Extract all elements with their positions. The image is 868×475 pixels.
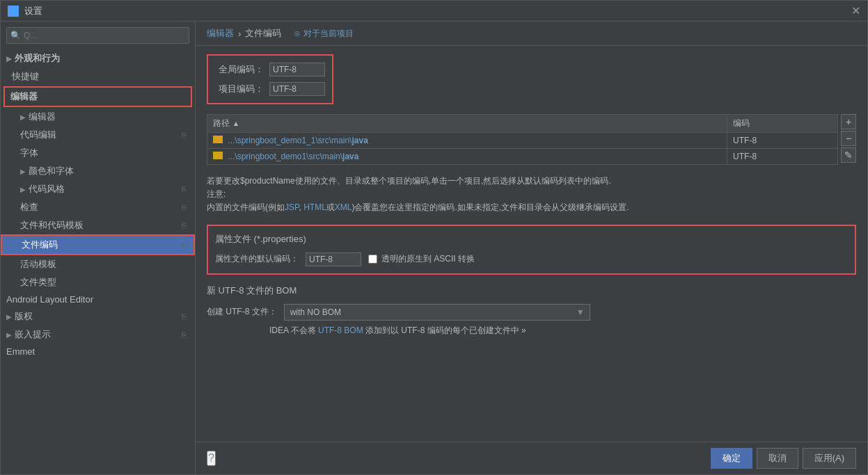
bom-section: 新 UTF-8 文件的 BOM 创建 UTF-8 文件： with NO BOM… [207, 284, 856, 337]
properties-encoding-row: 属性文件的默认编码： UTF-8 UTF-16 GBK 透明的原生到 ASCII… [215, 252, 848, 266]
arrow-icon: ▶ [6, 313, 12, 321]
remove-encoding-button[interactable]: − [841, 131, 856, 146]
arrow-icon: ▶ [20, 168, 26, 175]
col-encoding-header: 编码 [727, 115, 838, 133]
sidebar-item-keymap[interactable]: 快捷键 [1, 67, 195, 86]
title-bar: 设置 ✕ [1, 1, 867, 22]
sidebar-item-label: 代码风格 [29, 183, 65, 195]
sidebar-item-label: 代码编辑 [20, 129, 56, 141]
table-row[interactable]: ...\springboot_demo1_1\src\main\java UTF… [207, 133, 838, 149]
sidebar-item-file-encoding[interactable]: 文件编码 ⎘ [1, 234, 195, 255]
window-title: 设置 [24, 5, 42, 17]
arrow-icon: ▶ [20, 186, 26, 193]
apply-project-link[interactable]: ⊙ 对于当前项目 [294, 28, 353, 40]
transparent-ascii-label: 透明的原生到 ASCII 转换 [381, 253, 475, 265]
file-encoding-cell: UTF-8 [727, 133, 838, 149]
global-encoding-label: 全局编码： [215, 63, 264, 76]
breadcrumb-current: 文件编码 [245, 27, 281, 40]
html-link[interactable]: HTML [303, 202, 326, 212]
copy-icon: ⎘ [182, 131, 187, 139]
global-encoding-dropdown[interactable]: UTF-8 UTF-16 GBK [269, 63, 325, 77]
search-icon: 🔍 [10, 31, 21, 40]
utf8-bom-link[interactable]: UTF-8 BOM [318, 325, 363, 335]
sidebar-item-editor-parent[interactable]: 编辑器 [3, 86, 192, 107]
app-icon [8, 6, 19, 17]
sidebar-item-label: 编辑器 [29, 111, 56, 123]
bottom-bar: ? 确定 取消 应用(A) [196, 442, 867, 474]
file-path-cell: ...\springboot_demo1\src\main\java [207, 149, 727, 165]
sidebar-item-label: 颜色和字体 [29, 165, 74, 177]
ok-button[interactable]: 确定 [711, 448, 752, 469]
folder-icon [213, 152, 223, 159]
sidebar-item-label: 版权 [15, 310, 33, 323]
bom-title: 新 UTF-8 文件的 BOM [207, 284, 856, 297]
right-panel: 编辑器 › 文件编码 ⊙ 对于当前项目 全局编码： UTF-8 UTF-16 [196, 22, 867, 474]
sort-arrow-icon: ▲ [232, 120, 239, 127]
xml-link[interactable]: XML [335, 202, 352, 212]
sidebar-item-label: Emmet [6, 346, 35, 357]
bom-create-label: 创建 UTF-8 文件： [207, 306, 277, 318]
sidebar-item-emmet[interactable]: Emmet [1, 344, 195, 360]
jsp-link[interactable]: JSP [285, 202, 299, 212]
sidebar-item-code-style[interactable]: ▶ 代码风格 ⎘ [1, 180, 195, 198]
sidebar-item-label: 嵌入提示 [15, 328, 51, 341]
properties-encoding-dropdown[interactable]: UTF-8 UTF-16 GBK [306, 252, 361, 266]
transparent-ascii-checkbox[interactable] [368, 255, 377, 264]
sidebar-item-file-template[interactable]: 文件和代码模板 ⎘ [1, 216, 195, 234]
project-encoding-dropdown-wrapper: UTF-8 UTF-16 GBK [269, 82, 325, 96]
sidebar-item-android[interactable]: Android Layout Editor [1, 291, 195, 307]
sidebar-item-label: 快捷键 [12, 70, 39, 83]
sidebar-item-copyright[interactable]: ▶ 版权 ⎘ [1, 307, 195, 325]
copy-icon: ⎘ [182, 221, 187, 230]
table-scroll: 路径 ▲ 编码 [207, 114, 838, 175]
sidebar-item-font[interactable]: 字体 [1, 144, 195, 162]
settings-window: 设置 ✕ 🔍 ▶ 外观和行为 快捷键 编辑器 ▶ 编辑器 [0, 0, 868, 475]
properties-section: 属性文件 (*.properties) 属性文件的默认编码： UTF-8 UTF… [207, 225, 856, 275]
sidebar-item-live-template[interactable]: 活动模板 [1, 255, 195, 273]
title-bar-left: 设置 [8, 5, 42, 17]
sidebar-item-editor[interactable]: ▶ 编辑器 [1, 108, 195, 126]
sidebar-item-appearance[interactable]: ▶ 外观和行为 [1, 49, 195, 67]
sidebar-item-file-type[interactable]: 文件类型 [1, 273, 195, 291]
info-text: 若要更改$productName使用的文件、目录或整个项目的编码,单击一个项目,… [207, 175, 856, 215]
project-encoding-label: 项目编码： [215, 83, 264, 95]
sidebar-item-inspect[interactable]: 检查 ⎘ [1, 198, 195, 216]
copy-icon: ⎘ [180, 241, 185, 249]
search-input[interactable] [6, 27, 189, 44]
sidebar-item-label: 文件编码 [22, 239, 58, 251]
action-buttons: 确定 取消 应用(A) [711, 448, 856, 469]
info-line1: 若要更改$productName使用的文件、目录或整个项目的编码,单击一个项目,… [207, 175, 856, 188]
project-encoding-dropdown[interactable]: UTF-8 UTF-16 GBK [269, 82, 325, 96]
bom-note-prefix: IDEA 不会将 [269, 325, 318, 335]
sidebar-item-label: 活动模板 [20, 258, 56, 271]
breadcrumb-parent[interactable]: 编辑器 [207, 27, 234, 40]
sidebar: 🔍 ▶ 外观和行为 快捷键 编辑器 ▶ 编辑器 代码编辑 ⎘ [1, 22, 196, 474]
cancel-button[interactable]: 取消 [757, 448, 798, 469]
edit-encoding-button[interactable]: ✎ [841, 147, 856, 163]
main-content: 🔍 ▶ 外观和行为 快捷键 编辑器 ▶ 编辑器 代码编辑 ⎘ [1, 22, 867, 474]
sidebar-item-embed-hint[interactable]: ▶ 嵌入提示 ⎘ [1, 325, 195, 344]
panel-body: 全局编码： UTF-8 UTF-16 GBK 项目编码： [196, 46, 867, 442]
sidebar-item-label: 检查 [20, 201, 38, 214]
file-path-text: ...\springboot_demo1_1\src\main\java [228, 136, 368, 145]
arrow-icon: ▶ [6, 331, 12, 339]
copy-icon: ⎘ [182, 312, 187, 321]
bom-dropdown-wrapper: with NO BOM with BOM ▼ [284, 304, 590, 321]
arrow-icon: ▶ [6, 55, 12, 63]
sidebar-item-label: 字体 [20, 147, 38, 159]
add-encoding-button[interactable]: + [841, 114, 856, 129]
sidebar-item-color-font[interactable]: ▶ 颜色和字体 [1, 162, 195, 180]
copy-icon: ⎘ [182, 185, 187, 193]
sidebar-item-code-editor[interactable]: 代码编辑 ⎘ [1, 126, 195, 144]
apply-button[interactable]: 应用(A) [803, 448, 856, 469]
close-button[interactable]: ✕ [851, 4, 860, 17]
sidebar-item-label: Android Layout Editor [6, 294, 93, 305]
help-button[interactable]: ? [207, 451, 216, 466]
search-box: 🔍 [6, 27, 189, 44]
bom-row: 创建 UTF-8 文件： with NO BOM with BOM ▼ [207, 304, 856, 321]
bom-dropdown[interactable]: with NO BOM with BOM [284, 304, 590, 321]
file-path-cell: ...\springboot_demo1_1\src\main\java [207, 133, 727, 149]
table-row[interactable]: ...\springboot_demo1\src\main\java UTF-8 [207, 149, 838, 165]
properties-encoding-label: 属性文件的默认编码： [215, 253, 299, 265]
sidebar-item-label: 文件和代码模板 [20, 219, 84, 232]
